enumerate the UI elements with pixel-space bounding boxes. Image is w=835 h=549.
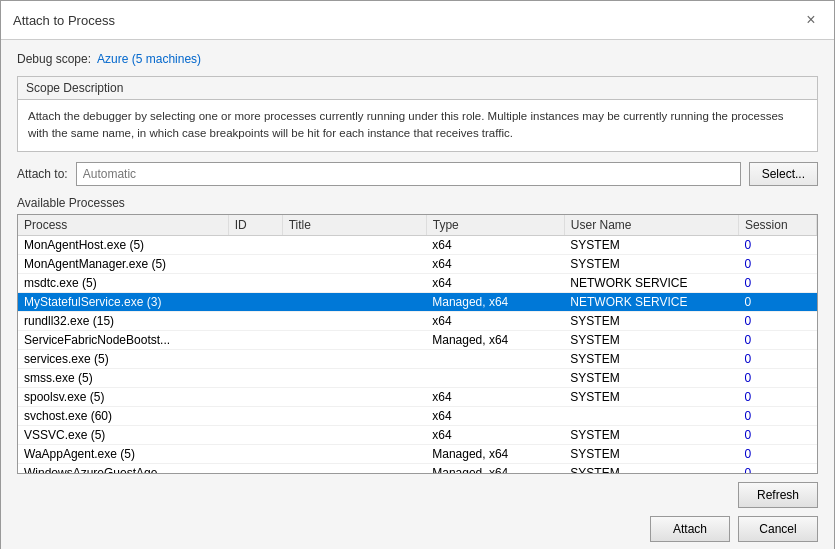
cell-title (282, 387, 426, 406)
cell-id (228, 463, 282, 474)
table-row[interactable]: rundll32.exe (15)x64SYSTEM0 (18, 311, 817, 330)
col-header-type: Type (426, 215, 564, 236)
cell-id (228, 292, 282, 311)
cell-id (228, 273, 282, 292)
cell-title (282, 368, 426, 387)
debug-scope-value: Azure (5 machines) (97, 52, 201, 66)
cell-username: SYSTEM (564, 349, 738, 368)
table-row[interactable]: MonAgentManager.exe (5)x64SYSTEM0 (18, 254, 817, 273)
cell-username: SYSTEM (564, 425, 738, 444)
cell-process: spoolsv.exe (5) (18, 387, 228, 406)
cell-title (282, 444, 426, 463)
cell-session: 0 (738, 349, 816, 368)
cell-id (228, 425, 282, 444)
cell-id (228, 387, 282, 406)
cell-id (228, 330, 282, 349)
cell-type: x64 (426, 406, 564, 425)
table-row[interactable]: WaAppAgent.exe (5)Managed, x64SYSTEM0 (18, 444, 817, 463)
cell-process: MonAgentManager.exe (5) (18, 254, 228, 273)
scope-description-section: Scope Description Attach the debugger by… (17, 76, 818, 152)
cell-type (426, 368, 564, 387)
cell-username: NETWORK SERVICE (564, 292, 738, 311)
dialog-content: Debug scope: Azure (5 machines) Scope De… (1, 40, 834, 549)
table-row[interactable]: spoolsv.exe (5)x64SYSTEM0 (18, 387, 817, 406)
cell-id (228, 254, 282, 273)
cell-username (564, 406, 738, 425)
cell-process: svchost.exe (60) (18, 406, 228, 425)
cell-title (282, 235, 426, 254)
col-header-process: Process (18, 215, 228, 236)
attach-to-input[interactable] (76, 162, 741, 186)
table-row[interactable]: services.exe (5)SYSTEM0 (18, 349, 817, 368)
cell-title (282, 463, 426, 474)
cell-session: 0 (738, 235, 816, 254)
cell-username: SYSTEM (564, 463, 738, 474)
cell-session: 0 (738, 311, 816, 330)
cell-username: SYSTEM (564, 330, 738, 349)
cell-username: SYSTEM (564, 368, 738, 387)
refresh-button[interactable]: Refresh (738, 482, 818, 508)
cell-type: x64 (426, 425, 564, 444)
cell-id (228, 349, 282, 368)
select-button[interactable]: Select... (749, 162, 818, 186)
available-processes-section: Available Processes Process ID Title Typ… (17, 196, 818, 474)
cell-session: 0 (738, 254, 816, 273)
cell-title (282, 349, 426, 368)
debug-scope-row: Debug scope: Azure (5 machines) (17, 52, 818, 66)
cell-username: NETWORK SERVICE (564, 273, 738, 292)
table-row[interactable]: smss.exe (5)SYSTEM0 (18, 368, 817, 387)
scope-description-text: Attach the debugger by selecting one or … (18, 100, 817, 151)
attach-button[interactable]: Attach (650, 516, 730, 542)
attach-to-label: Attach to: (17, 167, 68, 181)
cell-session: 0 (738, 387, 816, 406)
cell-title (282, 406, 426, 425)
table-row[interactable]: MyStatefulService.exe (3)Managed, x64NET… (18, 292, 817, 311)
cell-type: Managed, x64 (426, 444, 564, 463)
scope-description-legend: Scope Description (18, 77, 817, 100)
table-row[interactable]: svchost.exe (60)x640 (18, 406, 817, 425)
cell-session: 0 (738, 425, 816, 444)
cancel-button[interactable]: Cancel (738, 516, 818, 542)
cell-id (228, 368, 282, 387)
cell-title (282, 425, 426, 444)
refresh-button-row: Refresh (17, 482, 818, 508)
dialog-title: Attach to Process (13, 13, 115, 28)
cell-type: Managed, x64 (426, 463, 564, 474)
cell-process: MyStatefulService.exe (3) (18, 292, 228, 311)
col-header-title: Title (282, 215, 426, 236)
available-processes-label: Available Processes (17, 196, 818, 210)
table-row[interactable]: ServiceFabricNodeBootst...Managed, x64SY… (18, 330, 817, 349)
cell-type: x64 (426, 311, 564, 330)
close-button[interactable]: × (800, 9, 822, 31)
cell-process: rundll32.exe (15) (18, 311, 228, 330)
cell-session: 0 (738, 292, 816, 311)
cell-title (282, 311, 426, 330)
attach-to-row: Attach to: Select... (17, 162, 818, 186)
table-row[interactable]: VSSVC.exe (5)x64SYSTEM0 (18, 425, 817, 444)
cell-title (282, 292, 426, 311)
col-header-id: ID (228, 215, 282, 236)
col-header-username: User Name (564, 215, 738, 236)
cell-title (282, 330, 426, 349)
cell-process: ServiceFabricNodeBootst... (18, 330, 228, 349)
col-header-session: Session (738, 215, 816, 236)
cell-username: SYSTEM (564, 311, 738, 330)
cell-username: SYSTEM (564, 254, 738, 273)
table-row[interactable]: WindowsAzureGuestAge...Managed, x64SYSTE… (18, 463, 817, 474)
cell-session: 0 (738, 273, 816, 292)
debug-scope-label: Debug scope: (17, 52, 91, 66)
cell-type: x64 (426, 273, 564, 292)
cell-title (282, 254, 426, 273)
cell-type: Managed, x64 (426, 330, 564, 349)
cell-process: smss.exe (5) (18, 368, 228, 387)
process-rows: MonAgentHost.exe (5)x64SYSTEM0MonAgentMa… (18, 235, 817, 474)
cell-process: VSSVC.exe (5) (18, 425, 228, 444)
cell-process: msdtc.exe (5) (18, 273, 228, 292)
cell-process: WaAppAgent.exe (5) (18, 444, 228, 463)
cell-session: 0 (738, 444, 816, 463)
processes-table-container[interactable]: Process ID Title Type User Name Session … (17, 214, 818, 474)
table-row[interactable]: msdtc.exe (5)x64NETWORK SERVICE0 (18, 273, 817, 292)
cell-username: SYSTEM (564, 444, 738, 463)
table-row[interactable]: MonAgentHost.exe (5)x64SYSTEM0 (18, 235, 817, 254)
cell-session: 0 (738, 330, 816, 349)
